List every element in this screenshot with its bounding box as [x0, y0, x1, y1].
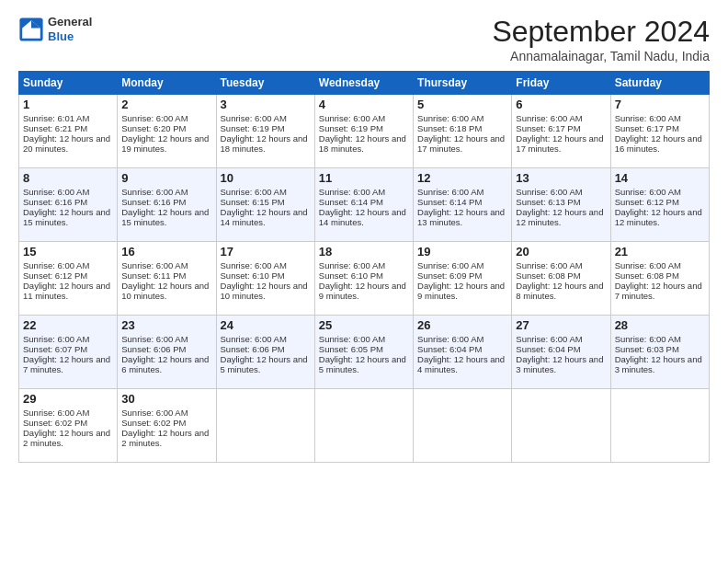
sunset-text: Sunset: 6:13 PM	[516, 197, 580, 207]
day-number: 9	[121, 171, 211, 185]
sunset-text: Sunset: 6:17 PM	[615, 123, 679, 133]
sunset-text: Sunset: 6:02 PM	[121, 418, 186, 428]
table-row: 27 Sunrise: 6:00 AM Sunset: 6:04 PM Dayl…	[512, 316, 610, 389]
sunrise-text: Sunrise: 6:00 AM	[615, 334, 681, 344]
col-sunday: Sunday	[19, 72, 118, 95]
table-row: 25 Sunrise: 6:00 AM Sunset: 6:05 PM Dayl…	[314, 316, 413, 389]
daylight-text: Daylight: 12 hours and 2 minutes.	[23, 428, 110, 448]
table-row: 12 Sunrise: 6:00 AM Sunset: 6:14 PM Dayl…	[414, 168, 512, 242]
table-row: 16 Sunrise: 6:00 AM Sunset: 6:11 PM Dayl…	[118, 242, 216, 316]
table-row: 30 Sunrise: 6:00 AM Sunset: 6:02 PM Dayl…	[118, 389, 216, 463]
sunrise-text: Sunrise: 6:01 AM	[23, 113, 89, 123]
sunrise-text: Sunrise: 6:00 AM	[417, 334, 483, 344]
sunset-text: Sunset: 6:02 PM	[23, 418, 87, 428]
sunset-text: Sunset: 6:14 PM	[319, 197, 383, 207]
table-row: 1 Sunrise: 6:01 AM Sunset: 6:21 PM Dayli…	[19, 95, 118, 168]
day-number: 25	[319, 318, 409, 332]
logo-general: General	[48, 15, 92, 29]
daylight-text: Daylight: 12 hours and 14 minutes.	[319, 207, 406, 227]
day-number: 12	[417, 171, 507, 185]
table-row: 13 Sunrise: 6:00 AM Sunset: 6:13 PM Dayl…	[512, 168, 610, 242]
sunset-text: Sunset: 6:18 PM	[417, 123, 482, 133]
table-row: 28 Sunrise: 6:00 AM Sunset: 6:03 PM Dayl…	[610, 316, 709, 389]
day-number: 24	[221, 318, 311, 332]
sunset-text: Sunset: 6:19 PM	[319, 123, 383, 133]
col-tuesday: Tuesday	[216, 72, 314, 95]
sunset-text: Sunset: 6:19 PM	[221, 123, 285, 133]
calendar-row: 29 Sunrise: 6:00 AM Sunset: 6:02 PM Dayl…	[19, 389, 710, 463]
sunrise-text: Sunrise: 6:00 AM	[516, 187, 582, 197]
daylight-text: Daylight: 12 hours and 9 minutes.	[417, 281, 505, 301]
daylight-text: Daylight: 12 hours and 2 minutes.	[121, 428, 209, 448]
sunset-text: Sunset: 6:09 PM	[417, 270, 482, 281]
sunrise-text: Sunrise: 6:00 AM	[417, 113, 483, 123]
logo-blue: Blue	[48, 29, 92, 44]
day-number: 27	[516, 318, 606, 332]
sunrise-text: Sunrise: 6:00 AM	[516, 260, 582, 270]
daylight-text: Daylight: 12 hours and 18 minutes.	[319, 133, 406, 154]
table-row: 29 Sunrise: 6:00 AM Sunset: 6:02 PM Dayl…	[19, 389, 118, 463]
sunrise-text: Sunrise: 6:00 AM	[221, 187, 287, 197]
col-thursday: Thursday	[414, 72, 512, 95]
table-row: 24 Sunrise: 6:00 AM Sunset: 6:06 PM Dayl…	[216, 316, 314, 389]
daylight-text: Daylight: 12 hours and 7 minutes.	[23, 354, 110, 374]
day-number: 13	[516, 171, 606, 185]
daylight-text: Daylight: 12 hours and 11 minutes.	[23, 281, 110, 301]
day-number: 21	[615, 245, 705, 259]
day-number: 10	[221, 171, 311, 185]
sunset-text: Sunset: 6:08 PM	[615, 270, 679, 281]
col-saturday: Saturday	[610, 72, 709, 95]
sunrise-text: Sunrise: 6:00 AM	[615, 113, 681, 123]
sunset-text: Sunset: 6:07 PM	[23, 344, 87, 354]
table-row: 18 Sunrise: 6:00 AM Sunset: 6:10 PM Dayl…	[314, 242, 413, 316]
sunrise-text: Sunrise: 6:00 AM	[221, 334, 287, 344]
sunrise-text: Sunrise: 6:00 AM	[516, 334, 582, 344]
table-row: 7 Sunrise: 6:00 AM Sunset: 6:17 PM Dayli…	[610, 95, 709, 168]
logo-icon	[18, 17, 44, 42]
day-number: 8	[23, 171, 113, 185]
day-number: 3	[221, 98, 311, 111]
calendar-table: Sunday Monday Tuesday Wednesday Thursday…	[18, 71, 710, 463]
sunset-text: Sunset: 6:04 PM	[417, 344, 482, 354]
sunrise-text: Sunrise: 6:00 AM	[319, 187, 385, 197]
table-row: 4 Sunrise: 6:00 AM Sunset: 6:19 PM Dayli…	[314, 95, 413, 168]
table-row: 14 Sunrise: 6:00 AM Sunset: 6:12 PM Dayl…	[610, 168, 709, 242]
daylight-text: Daylight: 12 hours and 17 minutes.	[417, 133, 505, 154]
day-number: 14	[615, 171, 705, 185]
sunset-text: Sunset: 6:16 PM	[23, 197, 87, 207]
daylight-text: Daylight: 12 hours and 10 minutes.	[221, 281, 308, 301]
table-row: 22 Sunrise: 6:00 AM Sunset: 6:07 PM Dayl…	[19, 316, 118, 389]
header: General Blue September 2024 Annamalainag…	[18, 15, 710, 63]
sunset-text: Sunset: 6:03 PM	[615, 344, 679, 354]
day-number: 29	[23, 392, 113, 406]
sunset-text: Sunset: 6:08 PM	[516, 270, 580, 281]
day-number: 22	[23, 318, 113, 332]
daylight-text: Daylight: 12 hours and 17 minutes.	[516, 133, 603, 154]
sunrise-text: Sunrise: 6:00 AM	[23, 260, 89, 270]
table-row: 17 Sunrise: 6:00 AM Sunset: 6:10 PM Dayl…	[216, 242, 314, 316]
day-number: 23	[121, 318, 211, 332]
calendar-row: 15 Sunrise: 6:00 AM Sunset: 6:12 PM Dayl…	[19, 242, 710, 316]
daylight-text: Daylight: 12 hours and 19 minutes.	[121, 133, 209, 154]
table-row: 26 Sunrise: 6:00 AM Sunset: 6:04 PM Dayl…	[414, 316, 512, 389]
location: Annamalainagar, Tamil Nadu, India	[492, 49, 710, 63]
daylight-text: Daylight: 12 hours and 12 minutes.	[516, 207, 603, 227]
day-number: 17	[221, 245, 311, 259]
daylight-text: Daylight: 12 hours and 20 minutes.	[23, 133, 110, 154]
sunrise-text: Sunrise: 6:00 AM	[121, 334, 188, 344]
daylight-text: Daylight: 12 hours and 5 minutes.	[319, 354, 406, 374]
title-block: September 2024 Annamalainagar, Tamil Nad…	[492, 15, 710, 63]
sunrise-text: Sunrise: 6:00 AM	[23, 187, 89, 197]
day-number: 11	[319, 171, 409, 185]
daylight-text: Daylight: 12 hours and 9 minutes.	[319, 281, 406, 301]
daylight-text: Daylight: 12 hours and 10 minutes.	[121, 281, 209, 301]
sunrise-text: Sunrise: 6:00 AM	[516, 113, 582, 123]
daylight-text: Daylight: 12 hours and 4 minutes.	[417, 354, 505, 374]
table-row: 15 Sunrise: 6:00 AM Sunset: 6:12 PM Dayl…	[19, 242, 118, 316]
day-number: 28	[615, 318, 705, 332]
sunset-text: Sunset: 6:04 PM	[516, 344, 580, 354]
sunrise-text: Sunrise: 6:00 AM	[221, 113, 287, 123]
daylight-text: Daylight: 12 hours and 7 minutes.	[615, 281, 702, 301]
sunrise-text: Sunrise: 6:00 AM	[121, 260, 188, 270]
day-number: 7	[615, 98, 705, 111]
